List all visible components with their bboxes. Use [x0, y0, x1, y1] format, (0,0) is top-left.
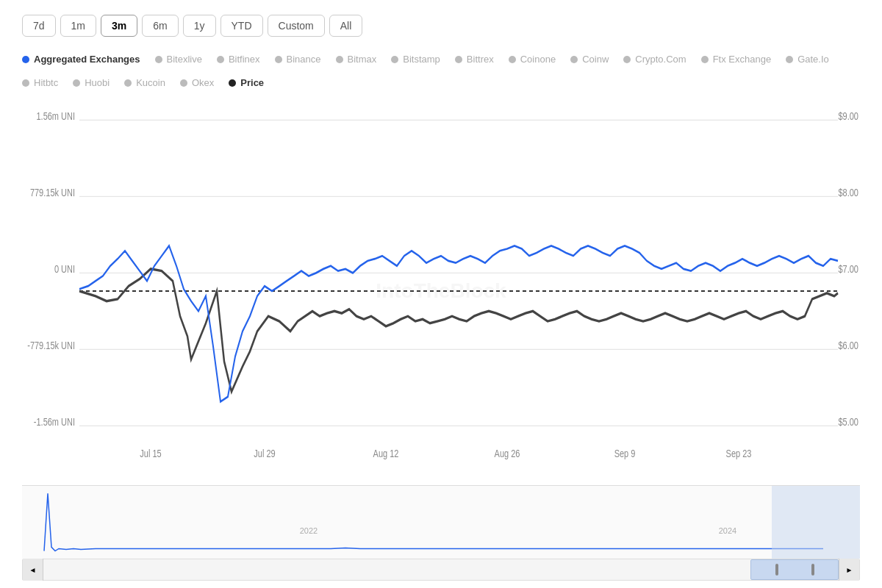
- mini-chart: 2022 2024: [22, 485, 860, 559]
- svg-rect-25: [772, 486, 860, 559]
- legend-item-cryptocom[interactable]: Crypto.Com: [623, 50, 686, 69]
- time-btn-1y[interactable]: 1y: [183, 15, 216, 37]
- legend-dot: [570, 56, 578, 63]
- scroll-track: [43, 559, 839, 580]
- legend-dot: [22, 56, 29, 63]
- time-btn-3m[interactable]: 3m: [101, 15, 137, 37]
- chart-wrapper: IntoTheBlock 1.56m UNI 779.15k UNI 0 UNI…: [22, 100, 860, 581]
- legend-label: Ftx Exchange: [713, 50, 772, 69]
- svg-text:779.15k UNI: 779.15k UNI: [30, 187, 75, 199]
- legend-label: Coinw: [582, 50, 609, 69]
- svg-text:Aug 12: Aug 12: [373, 447, 399, 459]
- svg-text:Jul 15: Jul 15: [140, 447, 161, 459]
- legend-item-huobi[interactable]: Huobi: [73, 74, 110, 93]
- legend-label: Kucoin: [136, 74, 165, 93]
- legend-dot: [275, 56, 282, 63]
- legend-label: Coinone: [520, 50, 556, 69]
- legend-item-kucoin[interactable]: Kucoin: [124, 74, 165, 93]
- legend-dot: [229, 79, 236, 87]
- legend-dot: [73, 79, 80, 87]
- legend-dot: [22, 79, 29, 87]
- main-container: 7d1m3m6m1yYTDCustomAll Aggregated Exchan…: [0, 0, 882, 588]
- svg-text:-1.56m UNI: -1.56m UNI: [34, 416, 75, 429]
- legend-item-ftx-exchange[interactable]: Ftx Exchange: [701, 50, 772, 69]
- legend-dot: [124, 79, 132, 87]
- legend-label: Gate.Io: [797, 50, 829, 69]
- legend-label: Huobi: [85, 74, 110, 93]
- svg-text:-779.15k UNI: -779.15k UNI: [27, 340, 75, 352]
- legend-item-aggregated-exchanges[interactable]: Aggregated Exchanges: [22, 50, 140, 69]
- main-chart: IntoTheBlock 1.56m UNI 779.15k UNI 0 UNI…: [22, 100, 860, 482]
- legend-label: Bitmax: [348, 50, 377, 69]
- scroll-handle-right: [811, 564, 814, 576]
- legend-label: Aggregated Exchanges: [34, 50, 140, 69]
- svg-text:2024: 2024: [719, 526, 736, 534]
- legend-item-hitbtc[interactable]: Hitbtc: [22, 74, 58, 93]
- scroll-thumb[interactable]: [750, 559, 839, 580]
- legend-item-price[interactable]: Price: [229, 74, 264, 93]
- main-chart-svg: 1.56m UNI 779.15k UNI 0 UNI -779.15k UNI…: [22, 100, 860, 482]
- svg-rect-22: [22, 486, 860, 559]
- legend-item-bitexlive[interactable]: Bitexlive: [155, 50, 202, 69]
- legend-item-binance[interactable]: Binance: [275, 50, 321, 69]
- legend-item-bitstamp[interactable]: Bitstamp: [391, 50, 440, 69]
- legend-dot: [701, 56, 709, 63]
- svg-text:Sep 9: Sep 9: [614, 447, 636, 459]
- legend-label: Bittrex: [467, 50, 494, 69]
- legend-dot: [336, 56, 343, 63]
- scroll-right-button[interactable]: ►: [839, 559, 859, 581]
- legend-dot: [509, 56, 516, 63]
- legend-label: Hitbtc: [34, 74, 58, 93]
- legend-label: Price: [240, 74, 264, 93]
- legend-dot: [155, 56, 162, 63]
- time-btn-ytd[interactable]: YTD: [220, 15, 263, 37]
- time-btn-6m[interactable]: 6m: [142, 15, 178, 37]
- scroll-left-button[interactable]: ◄: [23, 559, 43, 581]
- legend-label: Bitexlive: [167, 50, 202, 69]
- svg-text:$6.00: $6.00: [838, 340, 858, 352]
- legend-item-coinw[interactable]: Coinw: [570, 50, 609, 69]
- legend-item-bittrex[interactable]: Bittrex: [455, 50, 494, 69]
- legend-label: Okex: [192, 74, 214, 93]
- svg-text:$9.00: $9.00: [838, 110, 858, 123]
- mini-chart-svg: 2022 2024: [22, 486, 860, 559]
- svg-text:$5.00: $5.00: [838, 416, 858, 429]
- legend-item-bitmax[interactable]: Bitmax: [336, 50, 377, 69]
- chart-legend: Aggregated ExchangesBitexliveBitfinexBin…: [22, 50, 860, 93]
- legend-item-gateio[interactable]: Gate.Io: [786, 50, 829, 69]
- svg-text:1.56m UNI: 1.56m UNI: [36, 110, 75, 123]
- legend-dot: [786, 56, 793, 63]
- legend-label: Crypto.Com: [635, 50, 686, 69]
- svg-text:$8.00: $8.00: [838, 187, 858, 199]
- svg-text:Sep 23: Sep 23: [726, 447, 752, 459]
- time-btn-all[interactable]: All: [329, 15, 363, 37]
- legend-item-bitfinex[interactable]: Bitfinex: [217, 50, 260, 69]
- legend-label: Bitstamp: [403, 50, 440, 69]
- svg-text:0 UNI: 0 UNI: [54, 263, 75, 276]
- svg-text:$7.00: $7.00: [838, 263, 858, 276]
- time-btn-1m[interactable]: 1m: [60, 15, 96, 37]
- legend-dot: [455, 56, 462, 63]
- time-range-selector: 7d1m3m6m1yYTDCustomAll: [22, 15, 860, 37]
- time-btn-7d[interactable]: 7d: [22, 15, 56, 37]
- legend-dot: [180, 79, 187, 87]
- svg-text:Aug 26: Aug 26: [495, 447, 520, 459]
- svg-text:2022: 2022: [300, 526, 318, 534]
- legend-dot: [391, 56, 398, 63]
- scroll-handle-left: [775, 564, 778, 576]
- legend-dot: [217, 56, 224, 63]
- svg-text:Jul 29: Jul 29: [254, 447, 275, 459]
- legend-label: Bitfinex: [229, 50, 260, 69]
- legend-item-okex[interactable]: Okex: [180, 74, 214, 93]
- scrollbar[interactable]: ◄ ►: [22, 559, 860, 581]
- time-btn-custom[interactable]: Custom: [268, 15, 325, 37]
- legend-item-coinone[interactable]: Coinone: [509, 50, 556, 69]
- legend-dot: [623, 56, 631, 63]
- legend-label: Binance: [287, 50, 321, 69]
